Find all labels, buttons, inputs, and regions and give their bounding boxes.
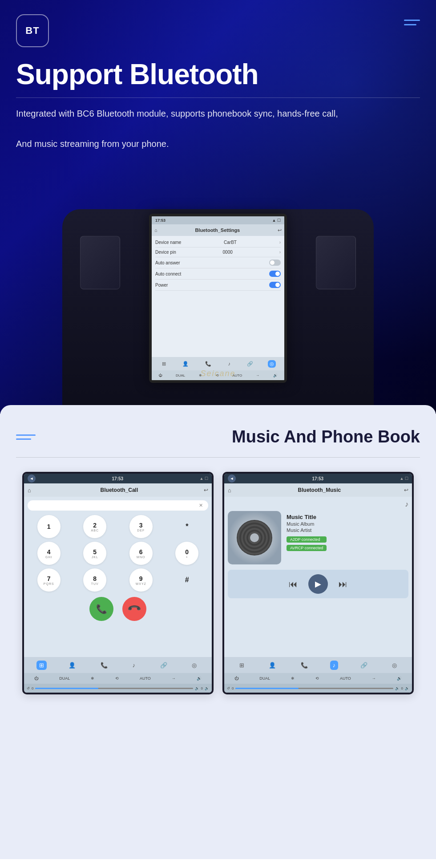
dialpad-8[interactable]: 8TUV bbox=[83, 568, 106, 592]
dialpad-0[interactable]: 0+ bbox=[175, 542, 198, 565]
call-vol-0-right: 0 bbox=[201, 686, 203, 690]
screen-bottom-bar: ⊞ 👤 📞 ♪ 🔗 ◎ bbox=[152, 357, 284, 370]
music-vol-0-left: 0 bbox=[232, 686, 234, 690]
hamburger-menu[interactable] bbox=[404, 14, 420, 25]
auto-answer-toggle[interactable] bbox=[269, 260, 281, 266]
music-vol-icon[interactable]: 🔊 bbox=[395, 686, 400, 690]
auto-connect-toggle[interactable] bbox=[269, 271, 281, 277]
call-phone-icon[interactable]: 📞 bbox=[98, 661, 110, 670]
climate-direction[interactable]: → bbox=[256, 373, 259, 377]
dialpad-3[interactable]: 3DEF bbox=[129, 515, 153, 538]
music-back-icon[interactable]: ↩ bbox=[404, 487, 408, 493]
music-climate-power[interactable]: ⏻ bbox=[234, 676, 238, 681]
music-phone-icon[interactable]: 📞 bbox=[298, 661, 311, 670]
call-vol-right[interactable]: 🔊 bbox=[205, 686, 209, 690]
music-climate-auto[interactable]: AUTO bbox=[340, 676, 351, 681]
hero-divider bbox=[16, 97, 420, 98]
play-button[interactable]: ▶ bbox=[308, 574, 328, 594]
dialpad-hash[interactable]: # bbox=[175, 568, 198, 592]
music-vol-back[interactable]: ↺ bbox=[227, 686, 230, 690]
music-climate-dual: DUAL bbox=[259, 676, 270, 681]
call-climate-vol[interactable]: 🔊 bbox=[197, 676, 202, 681]
music-camera-icon[interactable]: ◎ bbox=[389, 661, 400, 670]
call-back-icon[interactable]: ↩ bbox=[204, 487, 208, 493]
music-music-icon[interactable]: ♪ bbox=[330, 661, 339, 670]
music-info-row: Music Title Music Album Music Artist A2D… bbox=[228, 511, 408, 564]
music-apps-icon[interactable]: ⊞ bbox=[237, 661, 247, 670]
music-vol-slider[interactable] bbox=[235, 688, 393, 689]
call-music-icon[interactable]: ♪ bbox=[130, 661, 138, 670]
screen-phone-icon[interactable]: 📞 bbox=[203, 360, 213, 368]
call-search-clear[interactable]: ✕ bbox=[199, 503, 203, 508]
call-climate-auto[interactable]: AUTO bbox=[140, 676, 151, 681]
screen-nav-home-icon[interactable]: ⌂ bbox=[154, 227, 157, 233]
dialpad: 1 2ABC 3DEF * 4GHI 5JKL 6MNO 0+ 7PQRS 8T… bbox=[28, 515, 208, 592]
dialpad-6[interactable]: 6MNO bbox=[129, 542, 153, 565]
call-climate-dir[interactable]: → bbox=[172, 676, 176, 681]
bottom-hamburger-menu[interactable] bbox=[16, 434, 36, 440]
call-climate-fan[interactable]: ❄ bbox=[91, 676, 94, 681]
call-vol-slider[interactable] bbox=[35, 688, 193, 689]
power-label: Power bbox=[155, 283, 168, 288]
dialpad-4[interactable]: 4GHI bbox=[37, 542, 61, 565]
call-vol-back[interactable]: ↺ bbox=[27, 686, 30, 690]
device-pin-arrow[interactable]: › bbox=[279, 250, 281, 255]
music-back-btn[interactable]: ◄ bbox=[228, 475, 236, 483]
bottom-header: Music And Phone Book bbox=[16, 427, 420, 446]
dialpad-9[interactable]: 9WXYZ bbox=[129, 568, 153, 592]
album-art-inner bbox=[228, 511, 281, 564]
music-nav: ⌂ Bluetooth_Music ↩ bbox=[224, 483, 412, 497]
music-contacts-icon[interactable]: 👤 bbox=[266, 661, 279, 670]
call-home-icon[interactable]: ⌂ bbox=[28, 487, 31, 494]
dialpad-5[interactable]: 5JKL bbox=[83, 542, 106, 565]
music-link-icon[interactable]: 🔗 bbox=[358, 661, 370, 670]
call-search-input[interactable] bbox=[33, 503, 199, 508]
dialpad-2[interactable]: 2ABC bbox=[83, 515, 106, 538]
screen-contacts-icon[interactable]: 👤 bbox=[181, 360, 190, 368]
call-climate-recirc[interactable]: ⟲ bbox=[115, 676, 119, 681]
power-toggle[interactable] bbox=[269, 282, 281, 288]
call-actions: 📞 📞 bbox=[28, 597, 208, 621]
call-statusbar: ◄ 17:53 ▲ ☐ bbox=[24, 474, 212, 483]
screen-music-icon[interactable]: ♪ bbox=[226, 360, 232, 367]
call-vol-icon[interactable]: 🔊 bbox=[195, 686, 199, 690]
climate-power[interactable]: ⏻ bbox=[158, 373, 162, 377]
dialpad-1[interactable]: 1 bbox=[37, 515, 61, 538]
climate-vol[interactable]: 🔊 bbox=[273, 373, 278, 377]
device-name-arrow[interactable]: › bbox=[279, 240, 281, 245]
music-time: 17:53 bbox=[312, 476, 324, 481]
call-apps-icon[interactable]: ⊞ bbox=[36, 661, 47, 670]
answer-button[interactable]: 📞 bbox=[89, 597, 113, 621]
music-album: Music Album bbox=[287, 521, 327, 527]
call-status-icons: ▲ ☐ bbox=[200, 476, 208, 481]
music-status-icons: ▲ ☐ bbox=[400, 476, 408, 481]
call-camera-icon[interactable]: ◎ bbox=[189, 661, 199, 670]
prev-track-button[interactable]: ⏮ bbox=[289, 579, 298, 589]
music-climate-dir[interactable]: → bbox=[372, 676, 376, 681]
screen-bt-icon[interactable]: ◎ bbox=[268, 360, 276, 368]
dialpad-star[interactable]: * bbox=[175, 515, 198, 538]
call-contacts-icon[interactable]: 👤 bbox=[66, 661, 78, 670]
screen-nav-back-icon[interactable]: ↩ bbox=[278, 227, 282, 233]
music-controls: ⏮ ▶ ⏭ bbox=[228, 570, 408, 598]
screen-link-icon[interactable]: 🔗 bbox=[245, 360, 255, 368]
call-search-bar: ✕ bbox=[28, 500, 208, 511]
call-climate-power[interactable]: ⏻ bbox=[34, 676, 38, 681]
music-climate-fan[interactable]: ❄ bbox=[291, 676, 295, 681]
reject-button[interactable]: 📞 bbox=[117, 592, 151, 626]
seicane-brand: Seicane bbox=[200, 369, 235, 378]
auto-connect-label: Auto connect bbox=[155, 272, 181, 276]
music-vol-right[interactable]: 🔊 bbox=[405, 686, 409, 690]
device-pin-label: Device pin bbox=[155, 250, 176, 255]
call-back-btn[interactable]: ◄ bbox=[28, 475, 36, 483]
dialpad-7[interactable]: 7PQRS bbox=[37, 568, 61, 592]
bt-logo: BT bbox=[16, 14, 49, 47]
call-nav-title: Bluetooth_Call bbox=[35, 487, 204, 493]
call-link-icon[interactable]: 🔗 bbox=[157, 661, 170, 670]
music-home-icon[interactable]: ⌂ bbox=[228, 487, 231, 494]
music-climate-vol[interactable]: 🔊 bbox=[397, 676, 402, 681]
badge-avrcp: AVRCP connected bbox=[287, 545, 327, 551]
screen-apps-icon[interactable]: ⊞ bbox=[160, 360, 168, 368]
music-climate-recirc[interactable]: ⟲ bbox=[315, 676, 319, 681]
next-track-button[interactable]: ⏭ bbox=[339, 579, 347, 589]
